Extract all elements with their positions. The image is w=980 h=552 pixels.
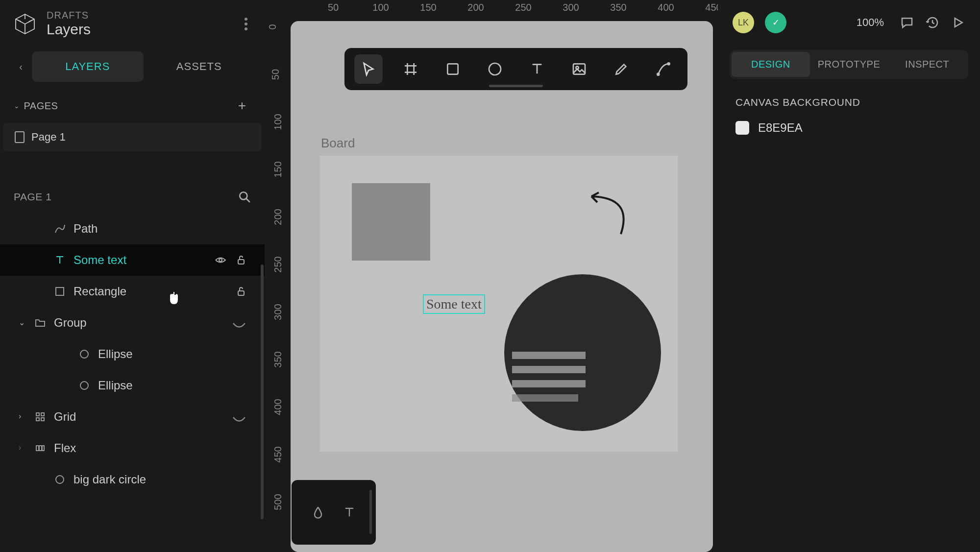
svg-point-20 bbox=[657, 73, 659, 75]
page-icon bbox=[15, 131, 24, 143]
mini-toolbar-handle[interactable] bbox=[369, 490, 372, 534]
kebab-menu-icon[interactable] bbox=[245, 18, 247, 30]
tab-inspect[interactable]: INSPECT bbox=[888, 52, 966, 77]
tab-prototype[interactable]: PROTOTYPE bbox=[810, 52, 888, 77]
chevron-right-icon[interactable]: › bbox=[19, 443, 28, 453]
layer-path[interactable]: Path bbox=[0, 213, 265, 244]
svg-rect-3 bbox=[238, 260, 244, 264]
svg-rect-13 bbox=[39, 446, 42, 451]
svg-point-0 bbox=[240, 192, 247, 199]
hidden-icon[interactable] bbox=[232, 413, 246, 421]
zoom-level[interactable]: 100% bbox=[857, 16, 884, 29]
board-label[interactable]: Board bbox=[321, 136, 355, 151]
svg-point-6 bbox=[80, 350, 88, 358]
text-tool[interactable] bbox=[523, 54, 551, 84]
color-swatch[interactable] bbox=[735, 121, 749, 135]
sidebar-tabs: ‹ LAYERS ASSETS bbox=[10, 51, 255, 82]
path-icon bbox=[54, 223, 66, 235]
ellipse-tool[interactable] bbox=[481, 54, 509, 84]
svg-line-1 bbox=[246, 198, 250, 202]
svg-rect-10 bbox=[36, 418, 39, 421]
main-toolbar bbox=[344, 48, 687, 90]
chevron-down-icon: ⌄ bbox=[14, 102, 20, 110]
ellipse-icon bbox=[54, 474, 66, 485]
lock-icon[interactable] bbox=[235, 286, 247, 297]
pen-tool[interactable] bbox=[607, 54, 636, 84]
ellipse-icon bbox=[78, 380, 90, 391]
chevron-down-icon[interactable]: ⌄ bbox=[19, 318, 28, 328]
chevron-right-icon[interactable]: › bbox=[19, 412, 28, 422]
right-panel-tabs: DESIGN PROTOTYPE INSPECT bbox=[730, 50, 968, 79]
svg-point-2 bbox=[219, 259, 222, 262]
scrollbar[interactable] bbox=[261, 264, 264, 519]
user-avatar[interactable]: LK bbox=[733, 12, 754, 33]
cursor-pointer-icon bbox=[169, 291, 179, 305]
canvas-text-element[interactable]: Some text bbox=[423, 294, 485, 314]
hidden-icon[interactable] bbox=[232, 319, 246, 327]
flex-icon bbox=[34, 442, 46, 454]
layer-ellipse-1[interactable]: Ellipse bbox=[0, 338, 265, 370]
svg-rect-5 bbox=[238, 291, 244, 295]
play-icon[interactable] bbox=[951, 15, 965, 30]
back-chevron-icon[interactable]: ‹ bbox=[10, 51, 32, 82]
layer-flex[interactable]: › Flex bbox=[0, 432, 265, 464]
svg-point-17 bbox=[489, 63, 501, 75]
file-title[interactable]: Layers bbox=[47, 21, 236, 38]
canvas-rectangle[interactable] bbox=[352, 183, 430, 261]
text-tool-icon[interactable] bbox=[343, 505, 356, 519]
tab-design[interactable]: DESIGN bbox=[732, 52, 810, 77]
layer-group[interactable]: ⌄ Group bbox=[0, 307, 265, 338]
page-name: Page 1 bbox=[31, 131, 66, 144]
layer-big-dark-circle[interactable]: big dark circle bbox=[0, 464, 265, 495]
frame-tool[interactable] bbox=[396, 54, 425, 84]
ruler-vertical: 0 50 100 150 200 250 300 350 400 450 500 bbox=[267, 15, 287, 552]
layer-grid[interactable]: › Grid bbox=[0, 401, 265, 432]
layer-list: Path Some text Rectangle ⌄ Group Ell bbox=[0, 213, 265, 495]
ellipse-icon bbox=[78, 348, 90, 360]
svg-rect-8 bbox=[36, 413, 39, 416]
canvas-background-section: CANVAS BACKGROUND E8E9EA bbox=[718, 79, 980, 152]
layers-section-title: PAGE 1 bbox=[14, 191, 51, 203]
svg-rect-11 bbox=[41, 418, 44, 421]
canvas-curve-path[interactable] bbox=[587, 188, 640, 237]
move-tool[interactable] bbox=[354, 54, 383, 84]
tab-layers[interactable]: LAYERS bbox=[32, 51, 144, 82]
history-icon[interactable] bbox=[925, 15, 940, 30]
lock-icon[interactable] bbox=[235, 254, 247, 266]
presence-check-icon[interactable]: ✓ bbox=[765, 12, 786, 33]
sidebar-header: DRAFTS Layers bbox=[0, 10, 265, 38]
tab-assets[interactable]: ASSETS bbox=[144, 51, 255, 82]
layer-some-text[interactable]: Some text bbox=[0, 244, 265, 276]
svg-rect-14 bbox=[42, 446, 44, 451]
mini-toolbar[interactable] bbox=[292, 480, 376, 545]
app-logo[interactable] bbox=[12, 11, 38, 37]
color-value-row[interactable]: E8E9EA bbox=[735, 121, 962, 135]
search-icon[interactable] bbox=[238, 191, 251, 203]
section-label: CANVAS BACKGROUND bbox=[735, 96, 962, 108]
visibility-icon[interactable] bbox=[215, 254, 226, 266]
canvas-bars-group[interactable] bbox=[512, 352, 586, 402]
pages-header: ⌄ PAGES + bbox=[0, 82, 265, 123]
project-name[interactable]: DRAFTS bbox=[47, 10, 236, 21]
color-drop-icon[interactable] bbox=[311, 505, 325, 519]
svg-point-21 bbox=[668, 63, 670, 65]
rectangle-tool[interactable] bbox=[439, 54, 467, 84]
image-tool[interactable] bbox=[565, 54, 593, 84]
text-icon bbox=[54, 254, 66, 266]
layer-ellipse-2[interactable]: Ellipse bbox=[0, 370, 265, 401]
toolbar-drag-handle[interactable] bbox=[489, 85, 543, 87]
page-item[interactable]: Page 1 bbox=[3, 123, 262, 151]
svg-rect-9 bbox=[41, 413, 44, 416]
pages-label[interactable]: ⌄ PAGES bbox=[14, 100, 58, 112]
canvas-area[interactable]: 50 100 150 200 250 300 350 400 450 0 50 … bbox=[267, 0, 718, 552]
curve-tool[interactable] bbox=[649, 54, 678, 84]
svg-rect-18 bbox=[573, 64, 585, 74]
svg-rect-12 bbox=[36, 446, 39, 451]
ruler-horizontal: 50 100 150 200 250 300 350 400 450 bbox=[287, 0, 718, 15]
layer-rectangle[interactable]: Rectangle bbox=[0, 276, 265, 307]
add-page-button[interactable]: + bbox=[233, 96, 251, 116]
layers-section-header: PAGE 1 bbox=[0, 151, 265, 213]
svg-rect-16 bbox=[447, 64, 458, 74]
grid-icon bbox=[34, 411, 46, 423]
comment-icon[interactable] bbox=[900, 15, 914, 30]
